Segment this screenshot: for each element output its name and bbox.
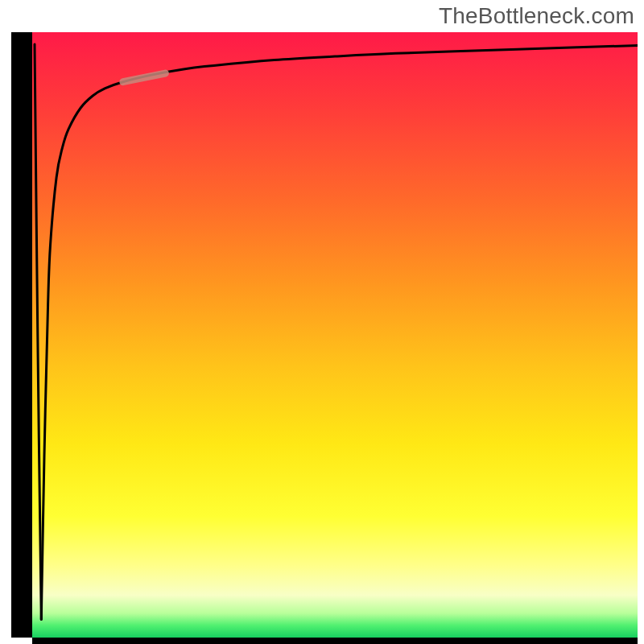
curve-layer — [32, 32, 638, 638]
y-axis — [11, 32, 32, 638]
initial-spike — [35, 44, 41, 619]
chart-frame: TheBottleneck.com — [0, 0, 644, 644]
watermark-text: TheBottleneck.com — [439, 3, 634, 29]
x-axis — [32, 638, 638, 644]
plot-area — [32, 32, 638, 638]
highlight-marker — [123, 73, 166, 82]
main-curve — [41, 46, 638, 620]
